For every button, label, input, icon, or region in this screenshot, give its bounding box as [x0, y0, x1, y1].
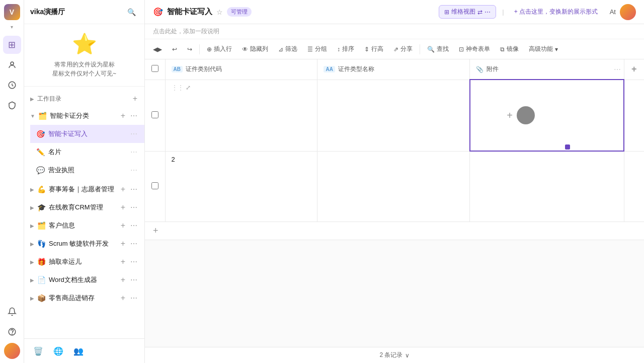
word-gen-chevron-icon: ▶ [30, 277, 34, 283]
name-card-more-btn[interactable]: ⋯ [129, 148, 138, 156]
work-dir-header[interactable]: ▶ 工作目录 + [24, 91, 144, 107]
word-gen-add-btn[interactable]: + [120, 275, 126, 284]
lucky-add-btn[interactable]: + [120, 257, 126, 266]
sidebar-search-button[interactable]: 🔍 [124, 5, 138, 19]
scrum-more-btn[interactable]: ⋯ [129, 240, 138, 248]
add-view-button[interactable]: + 点击这里，变换新的展示形式 [510, 6, 602, 18]
competition-add-btn[interactable]: + [120, 185, 126, 194]
table-area[interactable]: AB 证件类别代码 AA 证件类型名称 📎 附件 [145, 59, 644, 347]
row1-expand-icon[interactable]: ⤢ [186, 84, 191, 91]
smart-card-add-btn[interactable]: + [120, 111, 126, 120]
nav-group-word-gen-header[interactable]: ▶ 📄 Word文档生成器 + ⋯ [24, 271, 144, 289]
online-edu-add-btn[interactable]: + [120, 203, 126, 212]
attach-plus-icon[interactable]: + [507, 110, 513, 121]
scrum-add-btn[interactable]: + [120, 239, 126, 248]
sidebar-item-business-license[interactable]: 💬 营业执照 ⋯ [30, 161, 144, 179]
header-col3[interactable]: 📎 附件 ⋯ [470, 59, 624, 80]
row1-col1-cell[interactable]: ⋮⋮ ⤢ [165, 80, 317, 151]
retail-add-btn[interactable]: + [120, 294, 126, 303]
header-checkbox-cell[interactable] [145, 59, 165, 80]
filter-icon: ⊿ [278, 46, 283, 53]
mirror-button[interactable]: ⧉ 镜像 [496, 43, 523, 55]
header-col1[interactable]: AB 证件类别代码 [165, 59, 317, 80]
row2-col1-cell[interactable]: 2 [165, 151, 317, 222]
rail-collapse-btn[interactable]: ▾ [11, 24, 13, 30]
invite-button[interactable]: 👥 [70, 343, 87, 359]
row1-checkbox[interactable] [151, 111, 158, 118]
rail-help-icon[interactable] [3, 323, 21, 341]
online-edu-more-btn[interactable]: ⋯ [129, 203, 138, 211]
top-right-user-avatar[interactable] [620, 4, 636, 20]
template-button[interactable]: 🌐 [50, 343, 66, 359]
magic-form-button[interactable]: ⊡ 神奇表单 [455, 43, 494, 55]
doc-star-button[interactable]: ☆ [216, 8, 223, 16]
row1-attachment-cell[interactable]: + [470, 80, 624, 151]
nav-group-competition-header[interactable]: ▶ 💪 赛事筹备｜志愿者管理 + ⋯ [24, 180, 144, 198]
sidebar-item-name-card[interactable]: ✏️ 名片 ⋯ [30, 143, 144, 161]
customer-add-btn[interactable]: + [120, 221, 126, 230]
search-button[interactable]: 🔍 查找 [423, 43, 453, 55]
rail-people-icon[interactable] [3, 56, 21, 74]
collapse-panel-button[interactable]: ◀▶ [149, 44, 166, 55]
word-gen-more-btn[interactable]: ⋯ [129, 276, 138, 284]
resize-handle[interactable] [565, 144, 570, 150]
customer-more-btn[interactable]: ⋯ [129, 222, 138, 230]
nav-group-lucky-header[interactable]: ▶ 🎁 抽取幸运儿 + ⋯ [24, 253, 144, 271]
undo-button[interactable]: ↩ [168, 44, 181, 55]
row2-checkbox-cell[interactable] [145, 151, 165, 222]
rail-bell-icon[interactable] [3, 303, 21, 321]
row1-checkbox-cell[interactable] [145, 80, 165, 151]
redo-button[interactable]: ↪ [183, 44, 196, 55]
rail-user-avatar[interactable] [4, 343, 20, 359]
nav-group-online-edu-header[interactable]: ▶ 🎓 在线教育CRM管理 + ⋯ [24, 198, 144, 216]
nav-group-smart-card-header[interactable]: ▼ 🗂️ 智能卡证分类 + ⋯ [24, 107, 144, 125]
hide-col-button[interactable]: 👁 隐藏列 [238, 43, 272, 55]
insert-row-button[interactable]: ⊕ 插入行 [203, 43, 236, 55]
trash-button[interactable]: 🗑️ [30, 343, 46, 359]
rail-home-icon[interactable]: ⊞ [3, 36, 21, 54]
retail-more-btn[interactable]: ⋯ [129, 294, 138, 302]
smart-card-more-btn[interactable]: ⋯ [129, 112, 138, 120]
nav-group-scrum-header[interactable]: ▶ 👣 Scrum 敏捷软件开发 + ⋯ [24, 235, 144, 253]
lucky-chevron-icon: ▶ [30, 259, 34, 265]
advanced-button[interactable]: 高级功能 ▾ [525, 43, 562, 55]
app-logo[interactable]: V [4, 4, 20, 20]
view-label: 维格视图 [451, 8, 475, 16]
footer[interactable]: 2 条记录 ∨ [145, 347, 644, 363]
competition-emoji: 💪 [37, 185, 46, 193]
rail-explore-icon[interactable] [3, 76, 21, 94]
view-switch-button[interactable]: ⊞ 维格视图 ⇄ ⋯ [439, 5, 496, 19]
row1-col2-cell[interactable] [317, 80, 470, 151]
work-dir-add-btn[interactable]: + [132, 94, 138, 103]
nav-group-customer-header[interactable]: ▶ 🗂️ 客户信息 + ⋯ [24, 216, 144, 235]
sort-button[interactable]: ↕ 排序 [333, 43, 358, 55]
add-column-button[interactable]: + [624, 59, 644, 80]
table-row: 2 [145, 151, 644, 222]
group-button[interactable]: ☰ 分组 [303, 43, 331, 55]
header-col2[interactable]: AA 证件类型名称 [317, 59, 470, 80]
row2-checkbox[interactable] [151, 182, 158, 189]
row2-col3-cell[interactable] [470, 151, 624, 222]
business-license-more-btn[interactable]: ⋯ [129, 166, 138, 174]
business-license-emoji: 💬 [36, 166, 45, 174]
smart-card-write-more-btn[interactable]: ⋯ [129, 130, 138, 138]
row-height-button[interactable]: ⇕ 行高 [360, 43, 387, 55]
row2-col2-cell[interactable] [317, 151, 470, 222]
lucky-more-btn[interactable]: ⋯ [129, 258, 138, 266]
add-row-button[interactable]: + [145, 222, 644, 240]
rail-shield-icon[interactable] [3, 96, 21, 114]
col3-more-btn[interactable]: ⋯ [614, 65, 621, 74]
filter-button[interactable]: ⊿ 筛选 [274, 43, 301, 55]
attachment-thumbnail[interactable] [517, 106, 535, 124]
select-all-checkbox[interactable] [151, 65, 158, 72]
subtitle-bar[interactable]: 点击此处，添加一段说明 [145, 24, 644, 39]
smart-card-label: 智能卡证分类 [50, 111, 117, 120]
nav-group-retail-header[interactable]: ▶ 📦 零售商品进销存 + ⋯ [24, 289, 144, 307]
business-license-label: 营业执照 [48, 166, 126, 175]
sidebar-item-smart-card-write[interactable]: 🎯 智能卡证写入 ⋯ [30, 125, 144, 143]
sort-label: 排序 [342, 45, 354, 53]
competition-more-btn[interactable]: ⋯ [129, 185, 138, 193]
manage-badge[interactable]: 可管理 [227, 7, 252, 17]
row1-drag-icon[interactable]: ⋮⋮ [172, 84, 184, 91]
share-button[interactable]: ⇗ 分享 [389, 43, 417, 55]
